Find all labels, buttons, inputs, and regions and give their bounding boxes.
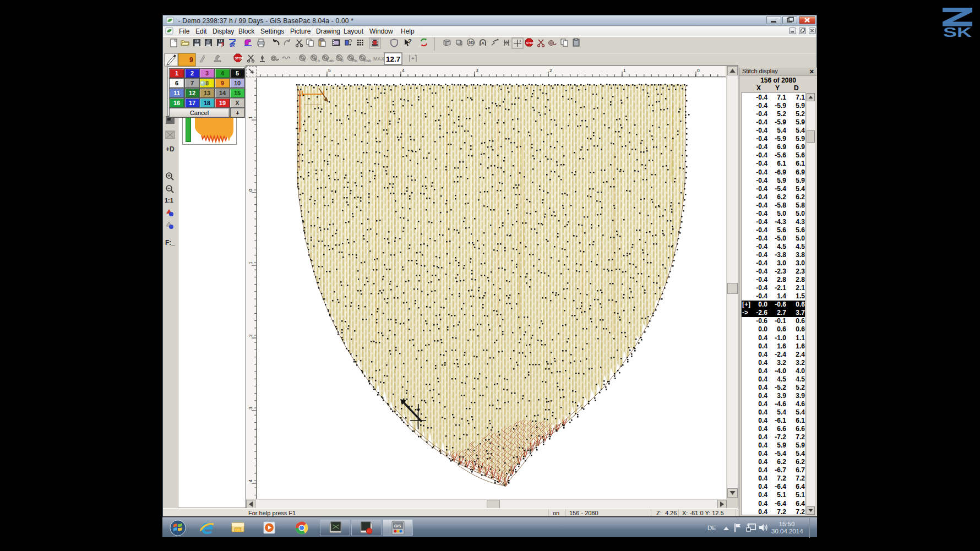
svg-text:12.7: 12.7: [386, 55, 400, 63]
svg-text:+D: +D: [166, 145, 175, 153]
svg-text:1: 1: [623, 68, 626, 73]
svg-text:?: ?: [408, 38, 412, 45]
svg-text:Rab: Rab: [364, 59, 371, 63]
svg-text:SK: SK: [230, 43, 235, 47]
svg-text:5: 5: [328, 68, 331, 73]
svg-text:2: 2: [549, 68, 552, 73]
svg-text:2: 2: [248, 334, 253, 337]
svg-text:1: 1: [248, 261, 253, 264]
svg-text:0: 0: [697, 68, 700, 73]
svg-text:R: R: [341, 59, 344, 63]
svg-text:3: 3: [476, 68, 478, 73]
svg-text:MAX: MAX: [373, 56, 384, 62]
svg-text:L: L: [304, 59, 306, 63]
svg-text:0: 0: [248, 189, 253, 192]
svg-text:F:_: F:_: [165, 239, 175, 247]
svg-text:1:1: 1:1: [165, 197, 173, 204]
svg-text:GiS: GiS: [394, 524, 401, 528]
svg-text:Rb: Rb: [352, 59, 357, 63]
svg-text:3D: 3D: [469, 40, 474, 45]
svg-text:9: 9: [189, 56, 193, 64]
svg-text:A: A: [481, 41, 484, 46]
svg-text:4: 4: [248, 479, 253, 482]
svg-text:1: 1: [248, 116, 253, 119]
svg-text:Lab: Lab: [327, 59, 334, 63]
svg-text:STOP: STOP: [235, 57, 243, 60]
svg-text:Lb: Lb: [315, 59, 320, 63]
svg-text:STOP: STOP: [526, 41, 535, 45]
svg-text:4: 4: [402, 68, 405, 73]
svg-text:?: ?: [221, 42, 224, 48]
svg-text:3: 3: [248, 407, 253, 410]
svg-text:SK: SK: [943, 25, 972, 39]
